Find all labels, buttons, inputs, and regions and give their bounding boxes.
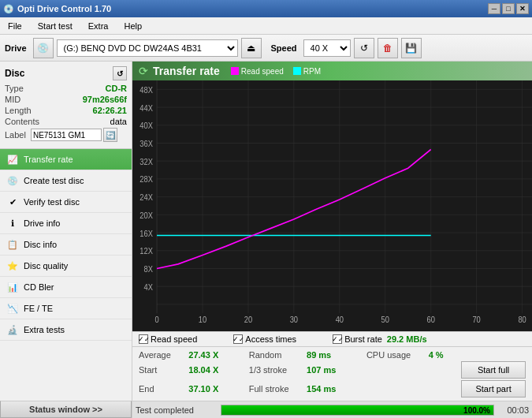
chart-container: 48X 44X 40X 36X 32X 28X 24X 20X 16X 12X … [132, 80, 532, 331]
svg-text:32X: 32X [140, 157, 153, 166]
access-times-check: ✓ Access times [233, 334, 296, 344]
progress-bar: 100.0% [221, 405, 494, 416]
full-stroke-value: 154 ms [307, 384, 348, 394]
end-label: End [139, 384, 182, 394]
sidebar-item-cd-bler[interactable]: 📊 CD Bler [0, 277, 132, 298]
menubar: File Start test Extra Help [0, 17, 532, 35]
sidebar-item-label: Verify test disc [24, 197, 80, 207]
mid-value: 97m26s66f [83, 95, 127, 104]
progress-bar-container: Test completed 100.0% 00:03 [132, 401, 532, 418]
svg-text:12X: 12X [140, 247, 153, 256]
progress-percent: 100.0% [463, 405, 490, 414]
burst-rate-checkbox[interactable]: ✓ [333, 334, 342, 344]
menu-start-test[interactable]: Start test [33, 20, 77, 32]
speed-label: Speed [271, 43, 297, 53]
read-speed-checkbox[interactable]: ✓ [139, 334, 148, 344]
legend-rpm: RPM [293, 67, 321, 76]
legend-rpm-label: RPM [303, 67, 321, 76]
sidebar-item-disc-quality[interactable]: ⭐ Disc quality [0, 256, 132, 277]
stats-bar: ✓ Read speed ✓ Access times ✓ Burst rate… [132, 331, 532, 346]
sidebar-item-label: Transfer rate [24, 155, 73, 164]
close-button[interactable]: ✕ [516, 3, 529, 14]
chart-svg: 48X 44X 40X 36X 32X 28X 24X 20X 16X 12X … [132, 80, 532, 331]
sidebar: Disc ↺ Type CD-R MID 97m26s66f Length 62… [0, 62, 132, 418]
disc-mid-row: MID 97m26s66f [5, 95, 127, 104]
random-value: 89 ms [307, 350, 348, 360]
label-input[interactable] [31, 129, 102, 141]
sidebar-item-drive-info[interactable]: ℹ Drive info [0, 213, 132, 234]
sidebar-item-label: CD Bler [24, 282, 54, 292]
access-times-checkbox[interactable]: ✓ [233, 334, 243, 344]
refresh-button[interactable]: ↺ [354, 38, 374, 58]
eraser-button[interactable]: 🗑 [378, 38, 398, 58]
drive-icon: 💿 [33, 38, 54, 58]
progress-fill [221, 405, 493, 415]
disc-contents-row: Contents data [5, 117, 127, 126]
contents-label: Contents [5, 117, 39, 126]
svg-text:30: 30 [290, 315, 299, 323]
eject-button[interactable]: ⏏ [241, 38, 262, 58]
sidebar-item-label: Drive info [24, 218, 60, 228]
app-title: Opti Drive Control 1.70 [17, 4, 111, 13]
svg-text:50: 50 [381, 315, 390, 323]
start-full-button[interactable]: Start full [461, 361, 526, 379]
access-times-check-label: Access times [245, 334, 296, 344]
verify-test-disc-icon: ✔ [6, 196, 19, 208]
disc-header: Disc ↺ [5, 66, 127, 80]
menu-file[interactable]: File [3, 20, 27, 32]
cd-bler-icon: 📊 [6, 281, 19, 293]
svg-text:40: 40 [336, 315, 344, 323]
svg-text:8X: 8X [143, 265, 153, 274]
disc-quality-icon: ⭐ [6, 259, 19, 272]
read-speed-check-label: Read speed [151, 334, 197, 344]
titlebar-left: 💿 Opti Drive Control 1.70 [3, 4, 111, 14]
titlebar-controls: ─ □ ✕ [488, 3, 529, 14]
rpm-color [293, 67, 301, 75]
average-label: Average [139, 350, 182, 360]
save-button[interactable]: 💾 [401, 38, 422, 58]
sidebar-item-fe-te[interactable]: 📉 FE / TE [0, 298, 132, 319]
toolbar: Drive 💿 (G:) BENQ DVD DC DW24AS 4B31 ⏏ S… [0, 35, 532, 62]
stroke-1-3-label: 1/3 stroke [249, 365, 300, 375]
minimize-button[interactable]: ─ [488, 3, 500, 14]
svg-text:28X: 28X [140, 175, 153, 184]
sidebar-item-verify-test-disc[interactable]: ✔ Verify test disc [0, 192, 132, 213]
disc-refresh-button[interactable]: ↺ [113, 66, 127, 80]
speed-select[interactable]: 40 X [303, 39, 351, 57]
sidebar-item-label: Create test disc [24, 176, 84, 185]
svg-text:4X: 4X [143, 282, 153, 291]
main-content: Disc ↺ Type CD-R MID 97m26s66f Length 62… [0, 62, 532, 418]
sidebar-item-label: Extra tests [24, 325, 65, 334]
sidebar-item-transfer-rate[interactable]: 📈 Transfer rate [0, 149, 132, 170]
svg-text:60: 60 [427, 315, 436, 323]
fe-te-icon: 📉 [6, 302, 19, 315]
progress-time: 00:03 [500, 405, 529, 415]
sidebar-item-disc-info[interactable]: 📋 Disc info [0, 234, 132, 256]
start-part-button[interactable]: Start part [461, 380, 526, 397]
burst-rate-value: 29.2 MB/s [387, 334, 427, 344]
sidebar-item-extra-tests[interactable]: 🔬 Extra tests [0, 319, 132, 341]
label-icon-button[interactable]: 🔄 [103, 128, 117, 142]
menu-extra[interactable]: Extra [84, 20, 113, 32]
titlebar: 💿 Opti Drive Control 1.70 ─ □ ✕ [0, 0, 532, 17]
start-label: Start [139, 365, 182, 375]
svg-text:48X: 48X [140, 85, 153, 94]
drive-label: Drive [5, 43, 27, 53]
cpu-label: CPU usage [366, 350, 422, 360]
restore-button[interactable]: □ [502, 3, 515, 14]
sidebar-item-create-test-disc[interactable]: 💿 Create test disc [0, 170, 132, 192]
legend-read-speed-label: Read speed [241, 67, 284, 76]
random-label: Random [249, 350, 300, 360]
disc-info-icon: 📋 [6, 238, 19, 251]
contents-value: data [110, 117, 127, 126]
create-test-disc-icon: 💿 [6, 174, 19, 187]
svg-text:20: 20 [244, 315, 253, 323]
status-window-button[interactable]: Status window >> [0, 401, 132, 418]
app-icon: 💿 [3, 4, 14, 14]
type-label: Type [5, 84, 24, 93]
chart-title: Transfer rate [153, 65, 220, 77]
burst-rate-check-label: Burst rate [344, 334, 382, 344]
drive-select[interactable]: (G:) BENQ DVD DC DW24AS 4B31 [57, 39, 238, 57]
label-label: Label [5, 130, 26, 140]
menu-help[interactable]: Help [119, 20, 147, 32]
